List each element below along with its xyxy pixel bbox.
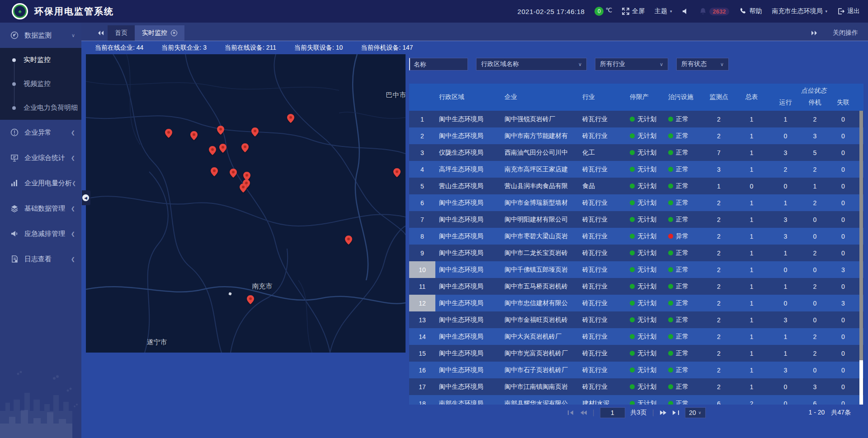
facility-status: 正常: [665, 349, 703, 358]
sidebar-item-6[interactable]: 日志查看❮: [0, 246, 81, 272]
sidebar-subitem-0-1[interactable]: 视频监控: [0, 72, 81, 96]
map-pin-0[interactable]: [287, 114, 294, 123]
points-cell: 2: [703, 316, 735, 324]
points-cell: 2: [703, 233, 735, 240]
table-row[interactable]: 17阆中生态环境局阆中市江南镇阆南页岩砖瓦行业无计划正常21030: [409, 378, 863, 395]
sidebar-item-2[interactable]: 企业综合统计❮: [0, 145, 81, 170]
col-industry: 行业: [579, 84, 626, 111]
scrollbar-thumb[interactable]: [859, 111, 863, 360]
phone-icon: [739, 8, 746, 15]
limit-status: 无计划: [626, 232, 665, 240]
sidebar-subitem-0-2[interactable]: 企业电力负荷明细: [0, 96, 81, 120]
meters-cell: 1: [735, 300, 769, 307]
fullscreen-button[interactable]: 全屏: [622, 7, 645, 15]
speaker-icon: [682, 8, 689, 15]
region-cell: 仪陇生态环境局: [435, 149, 501, 157]
map-pin-9[interactable]: [230, 169, 237, 178]
lost-cell: 0: [827, 367, 859, 374]
first-page-button[interactable]: [567, 410, 574, 415]
page-size-select[interactable]: 20 ∨: [685, 407, 706, 418]
next-page-button[interactable]: [660, 410, 667, 415]
sidebar-item-5[interactable]: 应急减排管理❮: [0, 221, 81, 246]
map-pin-13[interactable]: [393, 168, 401, 177]
map-pin-1[interactable]: [165, 129, 172, 138]
notifications-button[interactable]: 2632: [699, 8, 730, 15]
map-pin-12[interactable]: [240, 184, 247, 193]
sidebar-item-0[interactable]: 数据监测∨: [0, 23, 81, 48]
company-cell: 阆中千佛镇五郎垭页岩: [501, 266, 579, 274]
stop-cell: 6: [802, 400, 827, 405]
help-button[interactable]: 帮助: [739, 7, 762, 15]
stat-value: 44: [137, 44, 144, 51]
status-dot-green: [630, 200, 635, 205]
facility-status: 正常: [665, 182, 703, 190]
table-row[interactable]: 7阆中生态环境局阆中明阳建材有限公司砖瓦行业无计划正常21300: [409, 211, 863, 228]
industry-cell: 建材|水泥: [579, 400, 626, 405]
sidebar-subitem-0-0[interactable]: 实时监控: [0, 48, 81, 72]
region-filter-select[interactable]: 行政区域名称 ∨: [476, 58, 587, 71]
close-operations-button[interactable]: 关闭操作: [833, 29, 858, 37]
table-row[interactable]: 12阆中生态环境局阆中市忠信建材有限公砖瓦行业无计划正常21003: [409, 295, 863, 311]
tab-realtime-monitor[interactable]: 实时监控 ✕: [135, 25, 184, 41]
volume-button[interactable]: [682, 8, 689, 15]
table-row[interactable]: 13阆中生态环境局阆中市金福旺页岩机砖砖瓦行业无计划正常21300: [409, 311, 863, 328]
company-cell: 阆中市忠信建材有限公: [501, 299, 579, 307]
table-row[interactable]: 16阆中生态环境局阆中市石子页岩机砖厂砖瓦行业无计划正常21300: [409, 362, 863, 378]
total-count-label: 共47条: [831, 409, 851, 417]
table-row[interactable]: 6阆中生态环境局阆中市金博瑞新型墙材砖瓦行业无计划正常21120: [409, 194, 863, 211]
prev-page-button[interactable]: [580, 410, 587, 415]
stop-cell: 3: [802, 132, 827, 140]
row-number: 8: [409, 228, 435, 245]
limit-status: 无计划: [626, 333, 665, 341]
sidebar-collapse-handle[interactable]: ◀: [82, 190, 90, 205]
map-pin-8[interactable]: [211, 167, 218, 176]
map-pin-6[interactable]: [219, 144, 226, 153]
table-row[interactable]: 11阆中生态环境局阆中市五马桥页岩机砖砖瓦行业无计划正常21120: [409, 278, 863, 295]
table-row[interactable]: 14阆中生态环境局阆中大兴页岩机砖厂砖瓦行业无计划正常21120: [409, 328, 863, 345]
row-number: 9: [409, 245, 435, 261]
stat-value: 211: [266, 44, 276, 51]
stop-cell: 0: [802, 216, 827, 223]
map-pin-4[interactable]: [251, 127, 259, 137]
table-row[interactable]: 5营山生态环境局营山县润丰肉食品有限食品无计划正常10010: [409, 178, 863, 194]
table-row[interactable]: 10阆中生态环境局阆中千佛镇五郎垭页岩砖瓦行业无计划正常21003: [409, 261, 863, 278]
tabs-scroll-left-button[interactable]: [94, 25, 108, 41]
sidebar-item-4[interactable]: 基础数据管理❮: [0, 196, 81, 221]
status-filter-select[interactable]: 所有状态 ∨: [676, 58, 729, 71]
map-pin-15[interactable]: [247, 295, 254, 304]
map-pin-7[interactable]: [241, 143, 249, 152]
sidebar-item-1[interactable]: 企业异常❮: [0, 120, 81, 145]
meters-cell: 1: [735, 116, 769, 123]
status-dot-green: [668, 200, 673, 205]
last-page-button[interactable]: [672, 410, 679, 415]
map-pin-14[interactable]: [345, 235, 352, 245]
map-pin-3[interactable]: [217, 126, 224, 135]
tab-home[interactable]: 首页: [108, 25, 135, 41]
map-panel[interactable]: 巴中市南充市遂宁市: [86, 54, 406, 353]
table-row[interactable]: 1阆中生态环境局阆中强锐页岩砖厂砖瓦行业无计划正常21120: [409, 111, 863, 127]
table-row[interactable]: 8阆中生态环境局阆中市枣碧大梁山页岩砖瓦行业无计划异常21300: [409, 228, 863, 245]
table-row[interactable]: 9阆中生态环境局阆中市二龙长宝页岩砖砖瓦行业无计划正常21120: [409, 245, 863, 261]
name-filter-input[interactable]: [409, 58, 468, 71]
sidebar-item-3[interactable]: 企业用电量分析❮: [0, 170, 81, 196]
map-pin-5[interactable]: [209, 146, 216, 155]
lost-cell: 0: [827, 383, 859, 391]
map-pin-2[interactable]: [190, 131, 198, 140]
tabs-scroll-right-button[interactable]: [807, 25, 821, 41]
run-cell: 3: [769, 367, 802, 374]
org-dropdown[interactable]: 南充市生态环境局 ▾: [772, 7, 827, 15]
exit-button[interactable]: 退出: [837, 7, 860, 15]
industry-filter-select[interactable]: 所有行业 ∨: [595, 58, 668, 71]
meters-cell: 1: [735, 350, 769, 357]
stop-cell: 2: [802, 350, 827, 357]
stat-value: 3: [203, 44, 207, 51]
table-row[interactable]: 2阆中生态环境局阆中市南方节能建材有砖瓦行业无计划正常21030: [409, 127, 863, 144]
table-row[interactable]: 18南部生态环境局南部县耀华水泥有限公建材|水泥无计划正常62060: [409, 395, 863, 405]
table-row[interactable]: 15阆中生态环境局阆中市光富页岩机砖厂砖瓦行业无计划正常21120: [409, 345, 863, 362]
table-scrollbar[interactable]: [859, 111, 863, 405]
tab-close-icon[interactable]: ✕: [171, 30, 177, 36]
theme-dropdown[interactable]: 主题 ▾: [655, 7, 672, 15]
table-row[interactable]: 3仪陇生态环境局西南油气田分公司川中化工无计划正常71350: [409, 144, 863, 161]
page-number-input[interactable]: 1: [600, 407, 625, 418]
table-row[interactable]: 4高坪生态环境局南充市高坪区王家店建砖瓦行业无计划正常31220: [409, 161, 863, 178]
